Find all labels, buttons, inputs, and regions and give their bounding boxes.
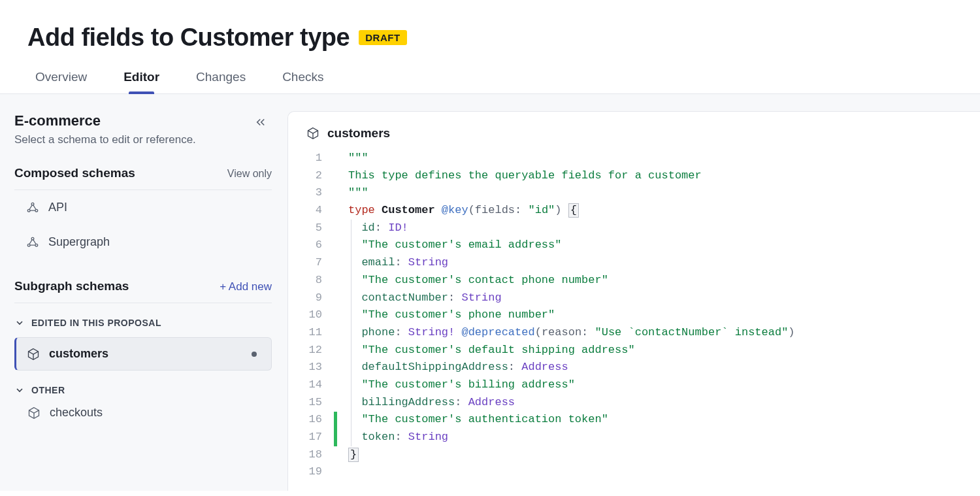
composed-schemas-header: Composed schemas View only	[14, 166, 272, 190]
other-header[interactable]: OTHER	[14, 385, 272, 395]
tab-changes[interactable]: Changes	[196, 70, 246, 93]
status-badge: DRAFT	[359, 30, 406, 45]
change-markers	[334, 150, 338, 481]
sidebar-item-label: checkouts	[50, 406, 103, 420]
chevron-down-icon	[14, 318, 25, 328]
editor-filename: customers	[327, 126, 390, 141]
sidebar: E-commerce Select a schema to edit or re…	[0, 94, 287, 491]
sidebar-subtitle: Select a schema to edit or reference.	[14, 133, 196, 146]
svg-point-1	[27, 209, 30, 212]
main-content: E-commerce Select a schema to edit or re…	[0, 93, 980, 491]
sidebar-item-label: Supergraph	[48, 235, 110, 249]
graph-icon	[26, 236, 39, 249]
svg-point-3	[31, 237, 34, 240]
other-label: OTHER	[31, 385, 65, 395]
code-content[interactable]: """This type defines the queryable field…	[338, 150, 795, 481]
tab-checks[interactable]: Checks	[282, 70, 323, 93]
composed-schemas-title: Composed schemas	[14, 166, 135, 180]
sidebar-item-checkouts[interactable]: checkouts	[14, 395, 272, 430]
tab-bar: OverviewEditorChangesChecks	[27, 70, 980, 93]
tab-editor[interactable]: Editor	[123, 70, 159, 93]
svg-point-5	[35, 244, 38, 246]
graph-icon	[26, 201, 39, 214]
sidebar-item-supergraph[interactable]: Supergraph	[14, 225, 272, 259]
edited-in-proposal-header[interactable]: EDITED IN THIS PROPOSAL	[14, 318, 272, 328]
sidebar-item-customers[interactable]: customers	[14, 337, 272, 371]
sidebar-item-api[interactable]: API	[14, 190, 272, 225]
svg-point-0	[31, 203, 34, 205]
page-header: Add fields to Customer type DRAFT Overvi…	[0, 0, 980, 93]
cube-icon	[27, 406, 41, 420]
sidebar-item-label: customers	[49, 347, 108, 361]
subgraph-schemas-title: Subgraph schemas	[14, 279, 129, 293]
page-title: Add fields to Customer type	[27, 24, 350, 52]
cube-icon	[306, 127, 319, 140]
collapse-sidebar-icon[interactable]	[255, 116, 267, 131]
svg-point-2	[35, 209, 38, 212]
tab-overview[interactable]: Overview	[35, 70, 87, 93]
sidebar-item-label: API	[48, 201, 67, 214]
subgraph-schemas-header: Subgraph schemas + Add new	[14, 279, 272, 303]
editor-header: customers	[288, 112, 980, 146]
view-only-label: View only	[227, 168, 272, 180]
chevron-down-icon	[14, 385, 25, 395]
edited-label: EDITED IN THIS PROPOSAL	[31, 318, 161, 328]
line-numbers: 12345678910111213141516171819	[288, 150, 334, 481]
modified-dot-icon	[252, 352, 257, 357]
editor-panel: customers 12345678910111213141516171819 …	[287, 111, 980, 491]
cube-icon	[27, 348, 40, 361]
svg-point-4	[27, 244, 30, 246]
code-editor[interactable]: 12345678910111213141516171819 """This ty…	[288, 146, 980, 481]
add-new-button[interactable]: + Add new	[220, 280, 272, 293]
sidebar-title: E-commerce	[14, 112, 196, 129]
